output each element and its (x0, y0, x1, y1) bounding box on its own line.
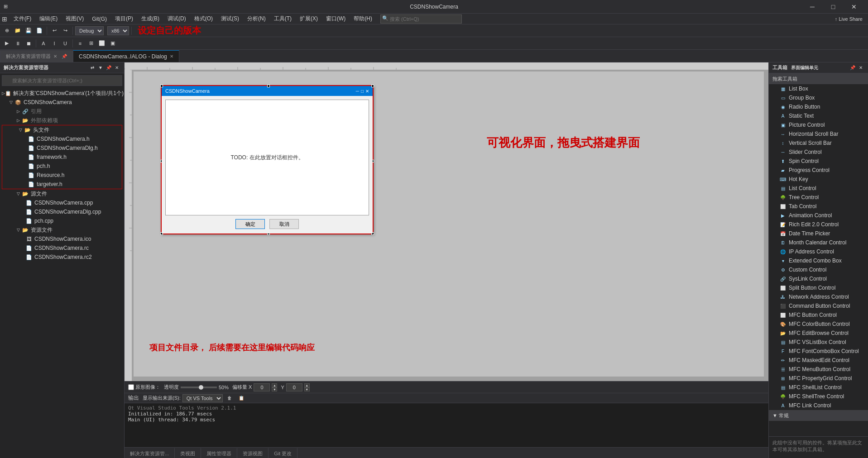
toolbox-close-btn[interactable]: ✕ (857, 64, 864, 72)
toolbox-item-ipaddress[interactable]: 🌐 IP Address Control (769, 247, 868, 256)
minimize-button[interactable]: ─ (802, 0, 823, 14)
toolbar-btn-b4[interactable]: A (38, 38, 48, 48)
menu-extensions[interactable]: 扩展(X) (296, 14, 321, 24)
config-select[interactable]: Debug (75, 26, 104, 35)
tree-file-pch-h[interactable]: 📄 pch.h (2, 162, 122, 171)
toolbox-item-extcombobox[interactable]: ▾ Extended Combo Box (769, 256, 868, 265)
tree-file-camera-ico[interactable]: 🖼 CSDNShowCamera.ico (0, 234, 124, 243)
toolbox-item-datetimepicker[interactable]: 📅 Date Time Picker (769, 229, 868, 238)
original-image-checkbox[interactable] (128, 384, 134, 390)
menu-window[interactable]: 窗口(W) (322, 14, 349, 24)
menu-debug[interactable]: 调试(D) (164, 14, 190, 24)
toolbox-item-mfclinkcontrol[interactable]: A MFC Link Control (769, 401, 868, 410)
toolbar-btn-undo[interactable]: ↩ (49, 26, 59, 36)
tree-project[interactable]: ▽ 📦 CSDNShowCamera (0, 98, 124, 107)
tree-solution[interactable]: ▷ 📋 解决方案'CSDNShowCamera'(1个项目/共1个) (0, 89, 124, 98)
toolbox-controls-header[interactable]: 拖索工具箱 (769, 73, 868, 84)
toolbox-item-hotkey[interactable]: ⌨ Hot Key (769, 175, 868, 184)
handle-tm[interactable] (267, 85, 270, 87)
toolbox-item-monthcalendar[interactable]: 🗓 Month Calendar Control (769, 238, 868, 247)
toolbox-item-mfcshelllist[interactable]: ▤ MFC ShellList Control (769, 383, 868, 392)
tree-extern-deps[interactable]: ▷ 📂 外部依赖项 (0, 116, 124, 125)
output-clear-btn[interactable]: 🗑 (225, 393, 235, 403)
search-input[interactable] (380, 14, 462, 24)
menu-test[interactable]: 测试(S) (217, 14, 243, 24)
offset-y-input[interactable] (286, 383, 302, 391)
menu-help[interactable]: 帮助(H) (350, 14, 376, 24)
toolbar-btn-b5[interactable]: I (49, 38, 59, 48)
offset-x-down[interactable]: ▼ (272, 387, 277, 391)
toolbox-item-tabcontrol[interactable]: ⬜ Tab Control (769, 202, 868, 211)
menu-view[interactable]: 视图(V) (62, 14, 87, 24)
toolbar-btn-b10[interactable]: ▣ (108, 38, 118, 48)
tree-file-framework-h[interactable]: 📄 framework.h (2, 153, 122, 162)
tab-sidebar[interactable]: 解决方案资源管理器 ✕ 📌 (0, 50, 73, 62)
menu-project[interactable]: 项目(P) (111, 14, 137, 24)
transparency-thumb[interactable] (199, 385, 203, 390)
tree-file-camera-rc[interactable]: 📄 CSDNShowCamera.rc (0, 243, 124, 253)
menu-file[interactable]: 文件(F) (10, 14, 35, 24)
bottom-tab-gitchanges[interactable]: Git 更改 (269, 448, 297, 458)
menu-analyze[interactable]: 分析(N) (244, 14, 269, 24)
toolbox-item-animationcontrol[interactable]: ▶ Animation Control (769, 211, 868, 220)
dialog-canvas[interactable]: CSDNShowCamera ─ □ ✕ TODO: 在此放置对话框控件。 确定 (134, 72, 764, 377)
live-share-button[interactable]: ↑ Live Share (831, 15, 866, 23)
toolbox-item-statictext[interactable]: A Static Text (769, 111, 868, 120)
transparency-slider[interactable] (181, 386, 217, 388)
output-copy-btn[interactable]: 📋 (236, 393, 246, 403)
offset-y-up[interactable]: ▲ (304, 383, 310, 387)
tree-file-resource-h[interactable]: 📄 Resource.h (2, 171, 122, 180)
tab-dialog[interactable]: CSDNShowCamera..IALOG - Dialog ✕ (73, 50, 179, 62)
dialog-maximize-btn[interactable]: □ (361, 89, 364, 94)
toolbox-item-mfccolorbutton[interactable]: 🎨 MFC ColorButton Control (769, 320, 868, 329)
dialog-window[interactable]: CSDNShowCamera ─ □ ✕ TODO: 在此放置对话框控件。 确定 (161, 85, 374, 234)
toolbar-btn-b1[interactable]: ▶ (2, 38, 12, 48)
toolbar-btn-redo[interactable]: ↪ (60, 26, 70, 36)
toolbox-pin-btn[interactable]: 📌 (849, 64, 856, 72)
dialog-minimize-btn[interactable]: ─ (356, 89, 359, 94)
toolbox-item-groupbox[interactable]: ▭ Group Box (769, 93, 868, 102)
toolbox-item-mfceditbrowse[interactable]: 📂 MFC EditBrowse Control (769, 329, 868, 338)
toolbox-common-header[interactable]: ▼ 常规 (769, 410, 868, 421)
toolbar-btn-open[interactable]: 📁 (13, 26, 23, 36)
toolbox-item-listbox[interactable]: ▦ List Box (769, 84, 868, 93)
toolbox-item-mfcbutton[interactable]: ⬜ MFC Button Control (769, 310, 868, 320)
sidebar-filter-btn[interactable]: ▼ (97, 64, 104, 72)
tree-header-files[interactable]: ▽ 📂 头文件 (2, 125, 122, 134)
output-source-select[interactable]: Qt VS Tools (182, 394, 223, 402)
toolbox-item-mfcpropertygrid[interactable]: ⊞ MFC PropertyGrid Control (769, 374, 868, 383)
sidebar-search-input[interactable] (2, 75, 122, 86)
bottom-tab-resourceview[interactable]: 资源视图 (237, 448, 269, 458)
toolbar-btn-b3[interactable]: ⏹ (24, 38, 34, 48)
menu-build[interactable]: 生成(B) (138, 14, 163, 24)
toolbox-item-customcontrol[interactable]: ⚙ Custom Control (769, 265, 868, 274)
close-button[interactable]: ✕ (844, 0, 864, 14)
tree-resource-files[interactable]: ▽ 📂 资源文件 (0, 225, 124, 234)
toolbox-item-picturecontrol[interactable]: ▣ Picture Control (769, 120, 868, 129)
toolbox-item-splitbutton[interactable]: ⬜ Split Button Control (769, 283, 868, 292)
handle-tl[interactable] (160, 85, 163, 87)
toolbox-item-spincontrol[interactable]: ⬆ Spin Control (769, 157, 868, 166)
dialog-ok-button[interactable]: 确定 (235, 219, 265, 229)
sidebar-close-btn[interactable]: ✕ (113, 64, 120, 72)
toolbar-btn-new[interactable]: ⊕ (2, 26, 12, 36)
restore-button[interactable]: □ (823, 0, 844, 14)
bottom-tab-classview[interactable]: 类视图 (175, 448, 201, 458)
tree-file-cameradlg-cpp[interactable]: 📄 CSDNShowCameraDlg.cpp (0, 207, 124, 216)
tab-sidebar-close[interactable]: ✕ (53, 54, 57, 59)
toolbox-item-mfcmenubutton[interactable]: ☰ MFC MenuButton Control (769, 365, 868, 374)
dialog-cancel-button[interactable]: 取消 (269, 219, 299, 229)
toolbox-item-mfcvslistbox[interactable]: ▤ MFC VSListBox Control (769, 338, 868, 347)
toolbox-item-mfcfontcombobox[interactable]: F MFC FontComboBox Control (769, 347, 868, 356)
tree-file-pch-cpp[interactable]: 📄 pch.cpp (0, 216, 124, 225)
toolbar-btn-save[interactable]: 💾 (24, 26, 34, 36)
tree-file-camera-cpp[interactable]: 📄 CSDNShowCamera.cpp (0, 198, 124, 207)
toolbox-item-networkaddress[interactable]: 🖧 Network Address Control (769, 292, 868, 301)
toolbox-item-radiobutton[interactable]: ◉ Radio Button (769, 102, 868, 111)
offset-x-up[interactable]: ▲ (272, 383, 277, 387)
menu-edit[interactable]: 编辑(E) (36, 14, 61, 24)
toolbar-btn-b7[interactable]: ≡ (75, 38, 85, 48)
toolbar-btn-b8[interactable]: ⊞ (86, 38, 96, 48)
toolbar-btn-b9[interactable]: ⬜ (97, 38, 107, 48)
toolbar-btn-saveall[interactable]: 📄 (34, 26, 44, 36)
